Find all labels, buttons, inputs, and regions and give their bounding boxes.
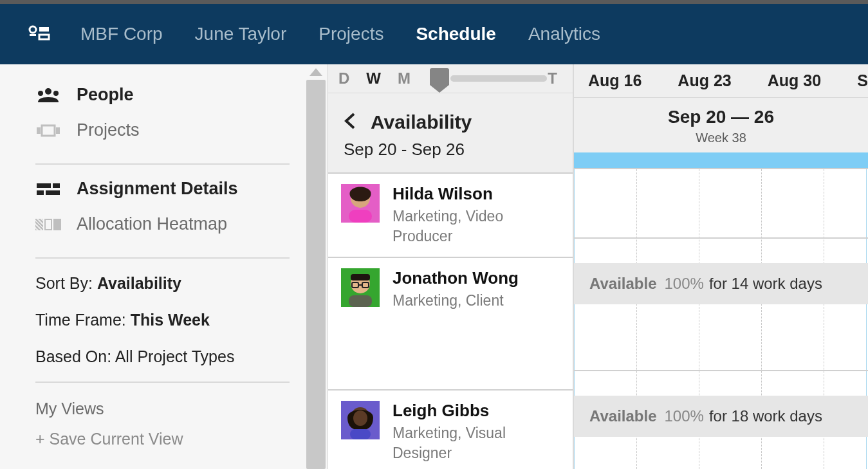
divider: [35, 382, 290, 383]
week-highlight-band: [574, 152, 868, 168]
svg-rect-9: [56, 127, 60, 134]
zoom-day[interactable]: D: [338, 69, 349, 87]
zoom-row: D W M T: [328, 64, 573, 93]
availability-bar[interactable]: Available 100% for 14 work days: [574, 263, 868, 304]
people-column: D W M T: [328, 64, 574, 469]
person-row[interactable]: Hilda Wilson Marketing, Video Producer: [328, 174, 573, 258]
availability-header: Availability Sep 20 - Sep 26: [328, 93, 573, 174]
zoom-month[interactable]: M: [398, 69, 411, 87]
person-row[interactable]: Leigh Gibbs Marketing, Visual Designer: [328, 391, 573, 469]
timeline-lane[interactable]: Available 100% for 14 work days: [574, 239, 868, 371]
person-role: Marketing, Client: [392, 291, 519, 311]
sidebar-item-allocation-heatmap[interactable]: Allocation Heatmap: [35, 207, 327, 242]
person-name: Leigh Gibbs: [392, 401, 560, 421]
svg-point-4: [45, 88, 51, 95]
time-frame-value: This Week: [131, 311, 210, 329]
nav-schedule[interactable]: Schedule: [416, 24, 495, 44]
person-role: Marketing, Visual Designer: [392, 423, 560, 463]
timeline-date-trailing: S: [857, 71, 868, 90]
sidebar-item-projects[interactable]: Projects: [35, 113, 327, 148]
panel-title: Availability: [371, 111, 472, 133]
timeline-date-row: Aug 16 Aug 23 Aug 30 S: [574, 64, 868, 98]
person-name: Jonathon Wong: [392, 268, 519, 288]
avatar: [341, 184, 380, 223]
availability-label: Available: [589, 407, 657, 425]
sidebar-item-people[interactable]: People: [35, 77, 327, 113]
person-row[interactable]: Jonathon Wong Marketing, Client: [328, 258, 573, 391]
timeline-lane[interactable]: Available 100% for 18 work days: [574, 371, 868, 448]
my-views-heading: My Views: [35, 389, 327, 423]
svg-rect-2: [39, 27, 49, 32]
divider: [35, 257, 290, 259]
sidebar-item-assignment-details[interactable]: Assignment Details: [35, 171, 327, 207]
projects-icon: [35, 124, 61, 138]
availability-label: Available: [589, 275, 657, 293]
main-area: People Projects: [0, 64, 868, 469]
sort-by-label: Sort By:: [35, 274, 97, 292]
timeline-date[interactable]: Aug 16: [588, 71, 642, 90]
nav-analytics[interactable]: Analytics: [528, 24, 600, 44]
sort-by-control[interactable]: Sort By: Availability: [35, 265, 327, 302]
save-current-view-button[interactable]: + Save Current View: [35, 423, 327, 455]
svg-rect-10: [37, 183, 51, 188]
timeline-date[interactable]: Aug 30: [768, 71, 821, 90]
week-title: Sep 20 — 26: [668, 107, 774, 127]
people-icon: [35, 87, 61, 104]
availability-duration: for 18 work days: [709, 407, 822, 425]
timeline-lane[interactable]: [574, 169, 868, 239]
app-logo-icon: [26, 21, 51, 47]
today-button[interactable]: T: [548, 69, 557, 87]
sidebar-item-label: People: [77, 85, 134, 105]
svg-rect-23: [349, 295, 372, 307]
week-number: Week 38: [696, 131, 746, 145]
availability-bar[interactable]: Available 100% for 18 work days: [574, 396, 868, 437]
svg-rect-16: [349, 210, 372, 223]
avatar: [341, 268, 380, 307]
divider: [35, 163, 290, 165]
svg-rect-8: [42, 125, 55, 136]
timeline-date[interactable]: Aug 23: [678, 71, 731, 90]
svg-point-6: [53, 91, 59, 96]
nav-projects[interactable]: Projects: [319, 24, 383, 44]
assignment-details-icon: [35, 182, 61, 196]
availability-percent: 100%: [665, 275, 704, 293]
timeline-column: Aug 16 Aug 23 Aug 30 S Sep 20 — 26 Week …: [574, 64, 868, 469]
svg-rect-19: [351, 274, 370, 280]
availability-percent: 100%: [665, 407, 704, 425]
svg-rect-3: [39, 35, 49, 39]
svg-rect-1: [30, 34, 36, 36]
nav-user[interactable]: June Taylor: [195, 24, 287, 44]
back-icon[interactable]: [344, 113, 356, 132]
sidebar-scroll-up-icon[interactable]: [309, 68, 322, 76]
sort-by-value: Availability: [97, 274, 181, 292]
person-role: Marketing, Video Producer: [392, 207, 560, 246]
sidebar-item-label: Allocation Heatmap: [77, 214, 227, 234]
nav-company[interactable]: MBF Corp: [80, 24, 163, 44]
svg-rect-27: [350, 429, 371, 439]
timeline-body[interactable]: Available 100% for 14 work days Availabl…: [574, 169, 868, 469]
svg-point-26: [353, 410, 367, 426]
panel-date-range: Sep 20 - Sep 26: [344, 140, 557, 160]
top-navbar: MBF Corp June Taylor Projects Schedule A…: [0, 0, 868, 64]
sidebar-item-label: Assignment Details: [77, 179, 238, 199]
zoom-week[interactable]: W: [366, 69, 381, 87]
content-area: D W M T: [328, 64, 868, 469]
zoom-slider[interactable]: [430, 64, 547, 93]
svg-rect-11: [53, 183, 60, 188]
svg-rect-12: [37, 190, 44, 195]
svg-point-5: [38, 91, 43, 96]
based-on-control[interactable]: Based On: All Project Types: [35, 338, 327, 375]
person-name: Hilda Wilson: [392, 184, 560, 204]
timeline-week-header: Sep 20 — 26 Week 38: [574, 98, 868, 169]
svg-point-0: [30, 26, 36, 33]
sidebar: People Projects: [0, 64, 328, 469]
based-on-label: Based On: All Project Types: [35, 347, 234, 365]
time-frame-control[interactable]: Time Frame: This Week: [35, 302, 327, 338]
svg-rect-13: [46, 190, 60, 195]
avatar: [341, 401, 380, 439]
availability-duration: for 14 work days: [709, 275, 822, 293]
time-frame-label: Time Frame:: [35, 311, 131, 329]
sidebar-item-label: Projects: [77, 120, 140, 140]
sidebar-scrollbar[interactable]: [306, 80, 326, 469]
allocation-heatmap-icon: [35, 219, 61, 230]
